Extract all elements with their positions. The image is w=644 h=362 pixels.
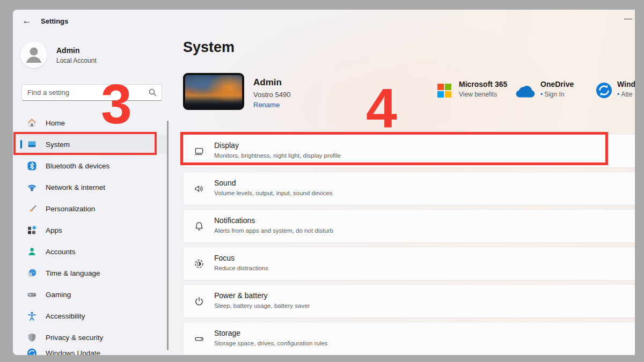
minimize-button[interactable]: — [621,11,635,25]
microsoft-365-promo[interactable]: Microsoft 365 View benefits [437,80,507,98]
row-subtitle: Alerts from apps and system, do not dist… [214,227,333,234]
home-icon [27,118,37,128]
settings-row-focus[interactable]: Focus Reduce distractions [183,247,635,280]
row-title: Storage [214,329,240,337]
sidebar-item-home[interactable]: Home [19,113,167,132]
gamepad-icon [27,290,37,300]
page-title: System [183,39,235,56]
sidebar-item-label: Apps [46,226,62,234]
sidebar-item-label: Accessibility [46,312,85,320]
promo-title: OneDrive [540,80,574,88]
wifi-icon [27,182,37,193]
annotation-box-system [13,132,157,155]
person-icon [20,41,47,68]
settings-row-power[interactable]: Power & battery Sleep, battery usage, ba… [183,284,635,318]
sidebar-item-bluetooth[interactable]: Bluetooth & devices [19,156,167,175]
promo-subtitle[interactable]: •Sign In [540,91,574,98]
back-arrow-icon: ← [23,16,32,26]
row-subtitle: Reduce distractions [214,265,268,271]
avatar[interactable] [20,41,47,68]
sidebar-item-label: Home [46,119,65,127]
rename-link[interactable]: Rename [253,101,280,109]
sidebar-item-label: Windows Update [46,349,100,356]
focus-icon [194,258,204,269]
microsoft-365-logo-icon [437,84,451,98]
row-subtitle: Volume levels, output, input, sound devi… [214,190,333,196]
back-button[interactable]: ← [20,14,34,27]
settings-row-sound[interactable]: Sound Volume levels, output, input, soun… [183,172,635,205]
status-dot: • [617,91,619,98]
window-title: Settings [41,17,68,25]
device-name: Admin [253,77,282,88]
notifications-bell-icon [194,221,204,232]
sound-icon [194,183,204,194]
sidebar-scrollbar[interactable] [167,121,169,350]
screenshot-stage: ← Settings — Admin Local Account Home [0,0,644,362]
bluetooth-icon [27,161,37,171]
sidebar-item-gaming[interactable]: Gaming [19,285,167,304]
device-model: Vostro 5490 [253,91,290,99]
row-title: Power & battery [214,291,268,300]
promo-subtitle[interactable]: •Atte [617,91,635,98]
search-box[interactable] [21,84,162,101]
user-account-type: Local Account [56,57,97,64]
sidebar-item-accessibility[interactable]: Accessibility [19,306,167,326]
storage-drive-icon [194,334,204,344]
apps-icon [27,225,37,235]
sidebar-item-label: Time & language [46,269,100,277]
sidebar-item-label: Bluetooth & devices [46,162,109,170]
promo-title: Microsoft 365 [459,80,507,88]
sidebar-item-network[interactable]: Network & internet [19,178,167,197]
onedrive-promo[interactable]: OneDrive •Sign In [516,80,574,98]
accounts-icon [27,247,37,257]
sidebar-item-label: Accounts [46,248,76,256]
windows-update-sync-icon [596,82,612,99]
row-subtitle: Storage space, drives, configuration rul… [214,340,328,346]
sidebar-item-label: Gaming [46,291,71,299]
row-title: Focus [214,254,235,262]
sidebar-item-label: Network & internet [46,183,105,191]
windows-update-promo[interactable]: Wind •Atte [596,80,635,98]
power-icon [194,296,204,307]
promo-subtitle[interactable]: View benefits [459,91,507,98]
annotation-step-3: 3 [101,76,132,132]
brush-icon [27,204,37,214]
windows-update-icon [27,348,37,356]
promo-title: Wind [617,80,635,88]
annotation-step-4: 4 [366,80,397,136]
user-name: Admin [56,46,80,55]
search-icon[interactable] [148,88,157,99]
sidebar-item-accounts[interactable]: Accounts [19,242,167,261]
row-title: Sound [214,179,236,187]
globe-clock-icon [27,268,37,278]
sidebar-item-personalization[interactable]: Personalization [19,199,167,218]
annotation-box-display [180,132,608,165]
sidebar-item-label: Privacy & security [46,334,103,342]
accessibility-person-icon [27,311,37,321]
row-title: Notifications [214,216,255,225]
sidebar-item-windows-update[interactable]: Windows Update [19,343,167,355]
settings-row-storage[interactable]: Storage Storage space, drives, configura… [183,322,635,355]
sidebar-item-time-language[interactable]: Time & language [19,263,167,283]
device-thumbnail [183,73,244,110]
settings-window: ← Settings — Admin Local Account Home [13,10,635,355]
settings-row-notifications[interactable]: Notifications Alerts from apps and syste… [183,209,635,243]
row-subtitle: Sleep, battery usage, battery saver [214,302,310,309]
status-dot: • [540,91,543,98]
sidebar-item-label: Personalization [46,205,95,213]
onedrive-cloud-icon [516,86,536,99]
sidebar-item-apps[interactable]: Apps [19,220,167,240]
shield-icon [27,333,37,343]
minimize-icon: — [624,13,632,23]
